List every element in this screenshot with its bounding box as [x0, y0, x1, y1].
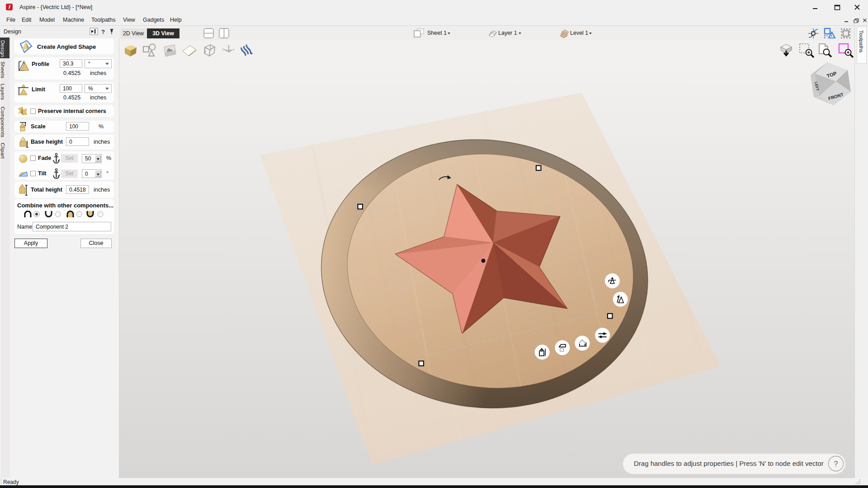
svg-text:?: ?	[101, 28, 105, 35]
svg-text:Drag handles to adjust propert: Drag handles to adjust properties | Pres…	[634, 460, 824, 467]
svg-text:y: y	[222, 47, 224, 51]
svg-text:x: x	[233, 48, 235, 51]
svg-text:?: ?	[834, 460, 838, 468]
svg-text:z: z	[228, 45, 230, 48]
